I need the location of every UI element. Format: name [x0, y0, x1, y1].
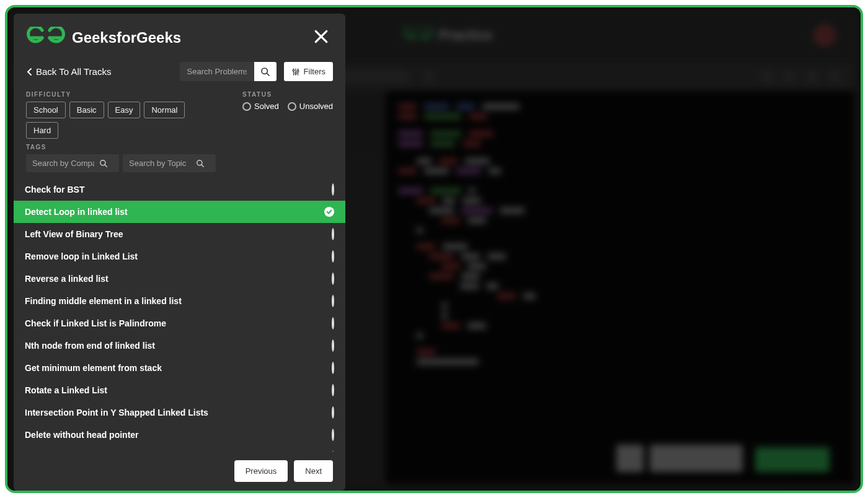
difficulty-easy[interactable]: Easy	[108, 102, 141, 118]
unsolved-icon	[332, 408, 334, 417]
search-company-wrap[interactable]	[26, 154, 119, 172]
problem-title: Reverse a linked list	[25, 274, 108, 284]
problem-item[interactable]: Determine if Two Trees are Identical	[14, 446, 345, 452]
problem-item[interactable]: Check if Linked List is Palindrome	[14, 312, 345, 334]
close-icon	[313, 28, 329, 45]
unsolved-icon	[332, 296, 334, 306]
svg-point-3	[297, 70, 299, 72]
unsolved-icon	[332, 274, 334, 284]
problem-item[interactable]: Get minimum element from stack	[14, 357, 345, 379]
problem-title: Nth node from end of linked list	[25, 341, 155, 351]
problem-title: Get minimum element from stack	[25, 363, 162, 373]
chevron-left-icon	[26, 68, 32, 76]
problem-item[interactable]: Left View of Binary Tree	[14, 223, 345, 245]
search-icon	[196, 159, 205, 168]
search-company-input[interactable]	[32, 159, 94, 168]
difficulty-hard[interactable]: Hard	[26, 122, 58, 139]
problem-title: Remove loop in Linked List	[25, 251, 138, 261]
problem-item[interactable]: Check for BST	[14, 178, 345, 201]
unsolved-icon	[332, 341, 334, 351]
problem-item[interactable]: Finding middle element in a linked list	[14, 290, 345, 312]
gfg-logo-icon	[26, 27, 66, 49]
problem-item[interactable]: Remove loop in Linked List	[14, 245, 345, 268]
filters-icon	[291, 68, 300, 76]
search-topic-wrap[interactable]	[123, 154, 216, 172]
problem-item[interactable]: Intersection Point in Y Shapped Linked L…	[14, 401, 345, 424]
radio-icon	[288, 102, 296, 111]
status-unsolved-radio[interactable]: Unsolved	[288, 102, 333, 111]
track-problems-panel: GeeksforGeeks Back To All Tracks	[14, 14, 345, 491]
unsolved-icon	[332, 385, 334, 395]
difficulty-basic[interactable]: Basic	[69, 102, 104, 118]
previous-button[interactable]: Previous	[234, 460, 288, 482]
svg-point-2	[294, 72, 296, 74]
problem-title: Intersection Point in Y Shapped Linked L…	[25, 408, 208, 417]
svg-point-1	[293, 69, 294, 71]
problem-title: Check if Linked List is Palindrome	[25, 318, 166, 328]
unsolved-icon	[332, 318, 334, 328]
difficulty-label: DIFFICULTY	[26, 91, 199, 98]
tags-label: TAGS	[26, 144, 333, 151]
search-icon	[99, 159, 108, 168]
difficulty-normal[interactable]: Normal	[144, 102, 185, 118]
unsolved-icon	[332, 363, 334, 373]
problem-title: Delete without head pointer	[25, 430, 139, 440]
brand-logo: GeeksforGeeks	[26, 27, 181, 49]
back-to-tracks-link[interactable]: Back To All Tracks	[26, 66, 111, 77]
status-solved-radio[interactable]: Solved	[242, 102, 279, 111]
status-label: STATUS	[242, 91, 333, 98]
unsolved-icon	[332, 430, 334, 440]
problem-title: Left View of Binary Tree	[25, 229, 123, 239]
problem-item[interactable]: Rotate a Linked List	[14, 379, 345, 401]
search-problems-input[interactable]	[180, 62, 254, 81]
unsolved-icon	[332, 251, 334, 261]
problem-title: Detect Loop in linked list	[25, 207, 128, 217]
unsolved-icon	[332, 185, 334, 194]
search-topic-input[interactable]	[129, 159, 191, 168]
next-button[interactable]: Next	[294, 460, 333, 482]
problem-title: Check for BST	[25, 185, 84, 194]
problem-item[interactable]: Delete without head pointer	[14, 424, 345, 446]
back-label: Back To All Tracks	[36, 66, 111, 77]
brand-name: GeeksforGeeks	[72, 29, 181, 46]
problem-title: Finding middle element in a linked list	[25, 296, 182, 306]
search-icon	[260, 67, 270, 77]
filters-button[interactable]: Filters	[284, 62, 333, 81]
search-button[interactable]	[254, 62, 277, 81]
difficulty-school[interactable]: School	[26, 102, 66, 118]
problem-item[interactable]: Reverse a linked list	[14, 268, 345, 290]
solved-icon	[324, 207, 334, 217]
unsolved-icon	[332, 229, 334, 239]
problem-list[interactable]: Check for BSTDetect Loop in linked listL…	[14, 178, 345, 452]
close-button[interactable]	[309, 25, 333, 51]
radio-icon	[242, 102, 251, 111]
problem-item[interactable]: Nth node from end of linked list	[14, 334, 345, 357]
problem-title: Rotate a Linked List	[25, 385, 107, 395]
problem-item[interactable]: Detect Loop in linked list	[14, 201, 345, 223]
